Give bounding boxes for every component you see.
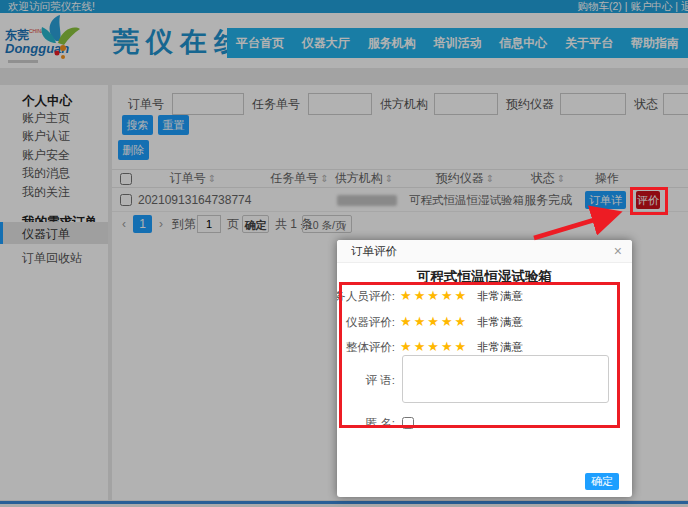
modal-confirm-button[interactable]: 确定 bbox=[585, 473, 619, 490]
annotation-rect-ratings bbox=[339, 282, 620, 428]
annotation-rect-review-button bbox=[630, 187, 668, 215]
modal-title: 订单评价 bbox=[351, 240, 397, 263]
annotation-arrow-icon bbox=[528, 204, 634, 244]
